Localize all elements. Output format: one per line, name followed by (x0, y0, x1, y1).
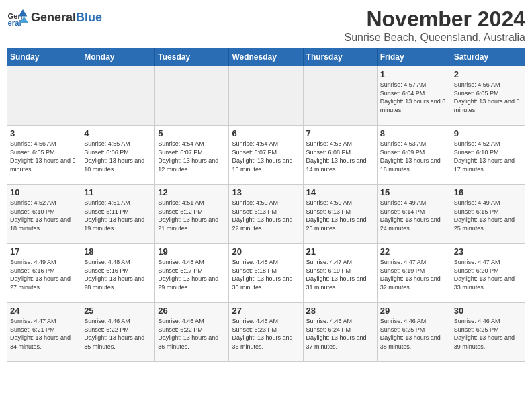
info-line: Sunrise: 4:57 AM (380, 81, 427, 88)
day-number: 23 (454, 246, 522, 257)
column-header-tuesday: Tuesday (155, 48, 229, 66)
day-info: Sunrise: 4:48 AMSunset: 6:18 PMDaylight:… (232, 258, 300, 291)
info-line: Sunrise: 4:52 AM (10, 199, 56, 206)
info-line: Daylight: 13 hours and 8 minutes. (454, 98, 520, 113)
column-header-thursday: Thursday (303, 48, 377, 66)
info-line: Sunset: 6:11 PM (84, 208, 129, 215)
day-info: Sunrise: 4:56 AMSunset: 6:05 PMDaylight:… (10, 140, 78, 173)
info-line: Daylight: 13 hours and 31 minutes. (306, 275, 367, 291)
info-line: Daylight: 13 hours and 35 minutes. (84, 334, 144, 350)
info-line: Daylight: 13 hours and 29 minutes. (158, 275, 218, 291)
page-header: Gen eral GeneralBlue November 2024 Sunri… (7, 7, 525, 44)
day-info: Sunrise: 4:55 AMSunset: 6:06 PMDaylight:… (84, 140, 152, 173)
day-info: Sunrise: 4:53 AMSunset: 6:08 PMDaylight:… (306, 140, 374, 173)
calendar-cell: 28Sunrise: 4:46 AMSunset: 6:24 PMDayligh… (303, 303, 377, 362)
info-line: Sunrise: 4:46 AM (454, 318, 500, 324)
day-number: 25 (84, 306, 152, 316)
info-line: Sunrise: 4:54 AM (232, 140, 278, 147)
info-line: Sunset: 6:04 PM (380, 90, 425, 97)
column-header-wednesday: Wednesday (229, 48, 303, 66)
day-number: 2 (454, 69, 522, 79)
day-number: 6 (232, 128, 300, 138)
day-info: Sunrise: 4:54 AMSunset: 6:07 PMDaylight:… (158, 140, 226, 173)
calendar-week-2: 3Sunrise: 4:56 AMSunset: 6:05 PMDaylight… (7, 126, 525, 185)
svg-text:eral: eral (8, 19, 21, 27)
title-block: November 2024 Sunrise Beach, Queensland,… (345, 7, 526, 44)
info-line: Sunrise: 4:49 AM (454, 199, 500, 206)
day-info: Sunrise: 4:47 AMSunset: 6:19 PMDaylight:… (380, 258, 448, 291)
calendar-cell: 27Sunrise: 4:46 AMSunset: 6:23 PMDayligh… (229, 303, 303, 362)
column-header-sunday: Sunday (7, 48, 81, 66)
logo-blue: Blue (76, 11, 102, 24)
info-line: Sunrise: 4:50 AM (306, 199, 353, 206)
info-line: Daylight: 13 hours and 25 minutes. (454, 216, 515, 232)
calendar-cell: 15Sunrise: 4:49 AMSunset: 6:14 PMDayligh… (377, 185, 451, 244)
calendar-cell: 13Sunrise: 4:50 AMSunset: 6:13 PMDayligh… (229, 185, 303, 244)
column-header-saturday: Saturday (451, 48, 525, 66)
calendar-week-1: 1Sunrise: 4:57 AMSunset: 6:04 PMDaylight… (7, 66, 525, 126)
info-line: Sunrise: 4:46 AM (84, 318, 130, 324)
calendar-cell: 14Sunrise: 4:50 AMSunset: 6:13 PMDayligh… (303, 185, 377, 244)
info-line: Sunrise: 4:48 AM (158, 259, 204, 265)
day-number: 29 (380, 306, 448, 316)
calendar-cell: 21Sunrise: 4:47 AMSunset: 6:19 PMDayligh… (303, 244, 377, 303)
day-info: Sunrise: 4:49 AMSunset: 6:15 PMDaylight:… (454, 199, 522, 232)
day-number: 14 (306, 187, 374, 197)
logo-icon: Gen eral (7, 7, 28, 28)
day-number: 11 (84, 187, 152, 197)
day-number: 30 (454, 306, 522, 316)
month-title: November 2024 (345, 7, 526, 32)
day-number: 15 (380, 187, 448, 197)
info-line: Sunset: 6:18 PM (232, 267, 277, 274)
info-line: Sunrise: 4:52 AM (454, 140, 500, 147)
info-line: Daylight: 13 hours and 28 minutes. (84, 275, 144, 291)
calendar-cell: 4Sunrise: 4:55 AMSunset: 6:06 PMDaylight… (81, 126, 155, 185)
info-line: Daylight: 13 hours and 21 minutes. (158, 216, 218, 232)
column-header-monday: Monday (81, 48, 155, 66)
calendar-body: 1Sunrise: 4:57 AMSunset: 6:04 PMDaylight… (7, 66, 525, 362)
day-info: Sunrise: 4:46 AMSunset: 6:23 PMDaylight:… (232, 317, 300, 351)
info-line: Sunrise: 4:54 AM (158, 140, 204, 147)
info-line: Daylight: 13 hours and 23 minutes. (306, 216, 367, 232)
info-line: Sunrise: 4:55 AM (84, 140, 130, 147)
day-info: Sunrise: 4:46 AMSunset: 6:25 PMDaylight:… (454, 317, 522, 351)
day-info: Sunrise: 4:46 AMSunset: 6:22 PMDaylight:… (158, 317, 226, 351)
info-line: Sunrise: 4:50 AM (232, 199, 278, 206)
info-line: Sunset: 6:22 PM (84, 326, 129, 333)
info-line: Daylight: 13 hours and 13 minutes. (232, 157, 292, 173)
calendar-cell: 6Sunrise: 4:54 AMSunset: 6:07 PMDaylight… (229, 126, 303, 185)
info-line: Sunset: 6:13 PM (232, 208, 277, 215)
info-line: Sunrise: 4:51 AM (84, 199, 130, 206)
calendar-week-4: 17Sunrise: 4:49 AMSunset: 6:16 PMDayligh… (7, 244, 525, 303)
day-info: Sunrise: 4:50 AMSunset: 6:13 PMDaylight:… (232, 199, 300, 232)
calendar-cell (155, 66, 229, 126)
day-info: Sunrise: 4:52 AMSunset: 6:10 PMDaylight:… (454, 140, 522, 173)
info-line: Sunset: 6:15 PM (454, 208, 499, 215)
info-line: Sunrise: 4:46 AM (158, 318, 204, 324)
day-number: 27 (232, 306, 300, 316)
day-info: Sunrise: 4:49 AMSunset: 6:14 PMDaylight:… (380, 199, 448, 232)
day-info: Sunrise: 4:57 AMSunset: 6:04 PMDaylight:… (380, 81, 448, 114)
info-line: Sunrise: 4:46 AM (306, 318, 353, 324)
calendar-cell: 7Sunrise: 4:53 AMSunset: 6:08 PMDaylight… (303, 126, 377, 185)
info-line: Sunset: 6:07 PM (232, 149, 277, 156)
calendar-cell (81, 66, 155, 126)
info-line: Daylight: 13 hours and 18 minutes. (10, 216, 71, 232)
info-line: Sunrise: 4:56 AM (454, 81, 500, 88)
info-line: Daylight: 13 hours and 22 minutes. (232, 216, 292, 232)
info-line: Sunset: 6:05 PM (10, 149, 55, 156)
info-line: Sunset: 6:17 PM (158, 267, 203, 274)
day-number: 26 (158, 306, 226, 316)
info-line: Sunrise: 4:47 AM (306, 259, 353, 265)
logo: Gen eral GeneralBlue (7, 7, 102, 28)
column-header-friday: Friday (377, 48, 451, 66)
calendar-cell: 3Sunrise: 4:56 AMSunset: 6:05 PMDaylight… (7, 126, 81, 185)
info-line: Sunset: 6:10 PM (454, 149, 499, 156)
info-line: Daylight: 13 hours and 37 minutes. (306, 334, 367, 350)
calendar-cell: 29Sunrise: 4:46 AMSunset: 6:25 PMDayligh… (377, 303, 451, 362)
day-info: Sunrise: 4:49 AMSunset: 6:16 PMDaylight:… (10, 258, 78, 291)
calendar-cell: 16Sunrise: 4:49 AMSunset: 6:15 PMDayligh… (451, 185, 525, 244)
info-line: Daylight: 13 hours and 33 minutes. (454, 275, 515, 291)
info-line: Sunset: 6:07 PM (158, 149, 203, 156)
info-line: Daylight: 13 hours and 14 minutes. (306, 157, 367, 173)
